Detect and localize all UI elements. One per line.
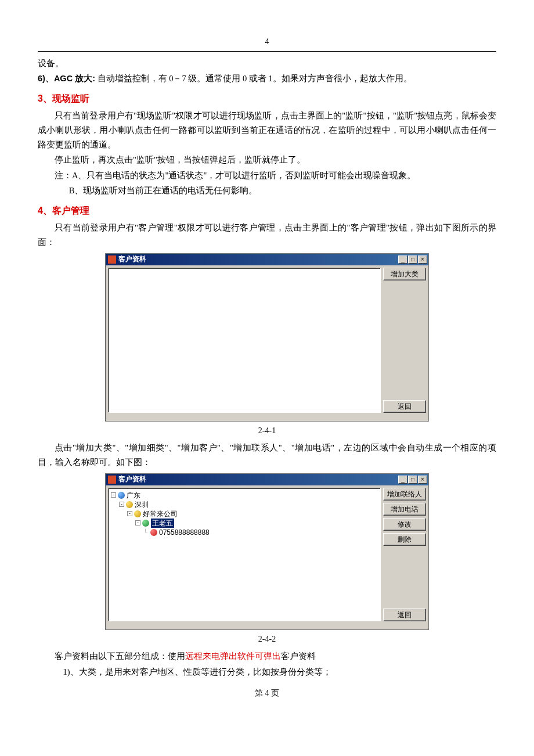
tree-connector: └ <box>143 528 150 537</box>
document-page: 4 设备。 6)、AGC 放大: 自动增益控制，有 0－7 级。通常使用 0 或… <box>0 0 534 756</box>
sec4-p3-a: 客户资料由以下五部分组成：使用 <box>55 651 185 661</box>
item6-label: 6)、AGC 放大: <box>38 74 95 83</box>
tree-label: 广东 <box>127 491 140 500</box>
dialog1-side-panel: 增加大类 返回 <box>383 268 426 413</box>
tree-node-phone[interactable]: └ 0755888888888 <box>111 528 378 537</box>
window-controls: _ □ × <box>398 255 427 264</box>
header-rule <box>38 51 496 52</box>
user-icon <box>142 520 149 527</box>
dialog-footer <box>106 624 428 629</box>
paragraph-device: 设备。 <box>38 56 496 71</box>
dialog2-body: - 广东 - 深圳 - 好常来公司 - <box>106 485 428 624</box>
item6-text: 自动增益控制，有 0－7 级。通常使用 0 或者 1。如果对方声音很小，起放大作… <box>95 74 412 83</box>
page-number-top: 4 <box>38 35 496 49</box>
modify-button[interactable]: 修改 <box>383 518 426 531</box>
app-icon <box>108 255 116 264</box>
sec4-p1: 只有当前登录用户有"客户管理"权限才可以进行客户管理，点击主界面上的"客户管理"… <box>38 221 496 249</box>
dialog2-titlebar: 客户资料 _ □ × <box>106 474 428 485</box>
tree-node-company[interactable]: - 好常来公司 <box>111 509 378 519</box>
spacer <box>383 548 426 606</box>
return-button[interactable]: 返回 <box>383 609 426 621</box>
paragraph-item6: 6)、AGC 放大: 自动增益控制，有 0－7 级。通常使用 0 或者 1。如果… <box>38 71 496 86</box>
heading-3: 3、现场监听 <box>38 91 496 106</box>
collapse-icon[interactable]: - <box>135 520 140 525</box>
folder-icon <box>126 501 133 508</box>
dialog1-title: 客户资料 <box>118 253 398 265</box>
dialog1-titlebar: 客户资料 _ □ × <box>106 254 428 265</box>
collapse-icon[interactable]: - <box>119 502 124 507</box>
sec3-note-b: B、现场监听对当前正在通话的电话无任何影响。 <box>38 183 496 198</box>
folder-icon <box>134 510 141 517</box>
sec3-p1: 只有当前登录用户有"现场监听"权限才可以进行现场监听，点击主界面上的"监听"按钮… <box>38 109 496 152</box>
sec3-note-a: 注：A、只有当电话的状态为"通话状态"，才可以进行监听，否则监听时可能会出现噪音… <box>38 168 496 183</box>
screenshot-dialog-1: 客户资料 _ □ × 增加大类 返回 <box>105 253 429 422</box>
collapse-icon[interactable]: - <box>127 511 132 516</box>
close-icon[interactable]: × <box>418 476 427 484</box>
delete-button[interactable]: 删除 <box>383 533 426 546</box>
add-contact-button[interactable]: 增加联络人 <box>383 488 426 501</box>
tree-node-person[interactable]: - 王老五 <box>111 519 378 528</box>
sec4-item1: 1)、大类，是用来对客户地区、性质等进行分类，比如按身份分类等； <box>38 665 496 679</box>
page-number-bottom: 第 4 页 <box>38 686 496 700</box>
tree-label: 好常来公司 <box>143 509 178 519</box>
maximize-icon[interactable]: □ <box>408 476 417 484</box>
add-phone-button[interactable]: 增加电话 <box>383 503 426 516</box>
dialog2-title: 客户资料 <box>118 473 398 485</box>
sec3-p2: 停止监听，再次点击"监听"按钮，当按钮弹起后，监听就停止了。 <box>38 153 496 167</box>
return-button[interactable]: 返回 <box>383 400 426 413</box>
close-icon[interactable]: × <box>418 255 427 264</box>
tree-label: 0755888888888 <box>159 528 210 537</box>
sec4-p3-link: 远程来电弹出软件可弹出 <box>185 651 281 661</box>
dialog2-side-panel: 增加联络人 增加电话 修改 删除 返回 <box>383 488 426 621</box>
heading-4: 4、客户管理 <box>38 203 496 218</box>
minimize-icon[interactable]: _ <box>398 255 407 264</box>
dialog-footer <box>106 415 428 421</box>
tree-node-city[interactable]: - 深圳 <box>111 500 378 509</box>
phone-icon <box>150 529 157 536</box>
figure-caption-1: 2-4-1 <box>38 424 496 438</box>
sec4-p3-b: 客户资料 <box>281 651 316 661</box>
figure-caption-2: 2-4-2 <box>38 632 496 646</box>
screenshot-dialog-2: 客户资料 _ □ × - 广东 - 深圳 <box>105 473 429 630</box>
tree-node-province[interactable]: - 广东 <box>111 491 378 500</box>
maximize-icon[interactable]: □ <box>408 255 417 264</box>
sec4-p2: 点击"增加大类"、"增加细类"、"增加客户"、"增加联系人"、"增加电话"，左边… <box>38 441 496 469</box>
dialog1-body: 增加大类 返回 <box>106 265 428 415</box>
window-controls: _ □ × <box>398 476 427 484</box>
spacer <box>383 283 426 398</box>
tree-label-selected: 王老五 <box>151 519 174 528</box>
dialog1-tree-panel[interactable] <box>108 268 381 413</box>
dialog2-tree-panel[interactable]: - 广东 - 深圳 - 好常来公司 - <box>108 488 381 621</box>
add-category-button[interactable]: 增加大类 <box>383 268 426 280</box>
minimize-icon[interactable]: _ <box>398 476 407 484</box>
tree-label: 深圳 <box>135 500 149 509</box>
globe-icon <box>118 492 125 499</box>
sec4-p3: 客户资料由以下五部分组成：使用远程来电弹出软件可弹出客户资料 <box>38 649 496 664</box>
collapse-icon[interactable]: - <box>111 492 116 498</box>
app-icon <box>108 476 116 484</box>
